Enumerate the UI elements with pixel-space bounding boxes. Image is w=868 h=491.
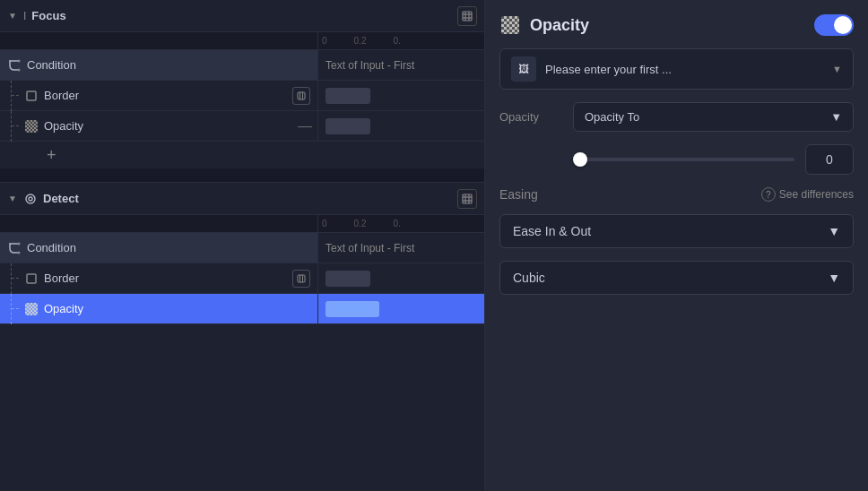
detect-section-icon bbox=[23, 192, 38, 206]
easing-curve-chevron: ▼ bbox=[828, 271, 840, 285]
easing-type-value: Ease In & Out bbox=[513, 224, 591, 238]
condition-label-1: Condition bbox=[27, 58, 310, 72]
border-label-2: Border bbox=[44, 271, 287, 285]
opacity-property-row: Opacity Opacity To ▼ bbox=[499, 102, 854, 132]
svg-rect-7 bbox=[27, 91, 36, 100]
svg-rect-0 bbox=[463, 12, 472, 21]
easing-curve-select[interactable]: Cubic ▼ bbox=[499, 261, 854, 295]
svg-point-12 bbox=[29, 197, 32, 201]
easing-type-select[interactable]: Ease In & Out ▼ bbox=[499, 214, 854, 248]
panel-title: Opacity bbox=[530, 16, 805, 35]
border-row-2[interactable]: Border bbox=[0, 263, 484, 294]
condition-row-1[interactable]: Condition Text of Input - First bbox=[0, 50, 484, 81]
svg-rect-21 bbox=[298, 275, 305, 282]
opacity-slider-thumb[interactable] bbox=[573, 152, 587, 167]
border-keyframe-1 bbox=[326, 88, 370, 104]
opacity-icon-1 bbox=[24, 119, 39, 134]
condition-branch-icon-2 bbox=[7, 241, 22, 255]
svg-point-11 bbox=[26, 194, 35, 203]
focus-timeline-ruler: 0 0.2 0. bbox=[0, 32, 484, 50]
easing-curve-value: Cubic bbox=[513, 271, 545, 285]
focus-chevron-icon[interactable]: ▼ bbox=[7, 11, 18, 22]
border-frame-icon-2[interactable] bbox=[292, 270, 310, 288]
opacity-keyframe-2 bbox=[326, 301, 379, 317]
focus-title: Focus bbox=[31, 9, 452, 22]
detect-section: ▼ Detect 0 bbox=[0, 183, 484, 324]
border-icon-2 bbox=[24, 271, 39, 286]
detect-header: ▼ Detect bbox=[0, 183, 484, 215]
border-keyframe-2 bbox=[326, 271, 370, 287]
opacity-slider-row: 0 bbox=[499, 144, 854, 175]
condition-row-2[interactable]: Condition Text of Input - First bbox=[0, 233, 484, 263]
easing-row: Easing ? See differences bbox=[499, 187, 854, 202]
opacity-row-2[interactable]: Opacity bbox=[0, 294, 484, 324]
condition-selector-chevron: ▼ bbox=[832, 64, 842, 74]
focus-header: ▼ I Focus bbox=[0, 0, 484, 32]
see-differences-label: See differences bbox=[779, 188, 854, 201]
opacity-frame-icon-1[interactable]: — bbox=[299, 117, 310, 135]
ruler-mark-0: 0 bbox=[322, 36, 327, 46]
opacity-row-1[interactable]: Opacity — bbox=[0, 111, 484, 142]
see-differences-button[interactable]: ? See differences bbox=[761, 187, 854, 202]
svg-rect-13 bbox=[463, 194, 472, 203]
condition-label-2: Condition bbox=[27, 241, 310, 254]
toggle-knob bbox=[834, 16, 852, 34]
condition-selector-icon: 🖼 bbox=[511, 56, 536, 82]
border-icon-1 bbox=[24, 89, 39, 103]
easing-label: Easing bbox=[499, 187, 538, 202]
opacity-icon-2 bbox=[24, 302, 39, 316]
border-frame-icon-1[interactable] bbox=[292, 87, 310, 105]
svg-point-5 bbox=[18, 59, 21, 62]
detect-ruler-0: 0 bbox=[322, 219, 327, 228]
focus-frame-icon[interactable] bbox=[457, 6, 477, 26]
ruler-mark-04: 0. bbox=[393, 36, 400, 46]
opacity-indent-1 bbox=[11, 111, 19, 142]
detect-title: Detect bbox=[43, 192, 452, 205]
svg-point-6 bbox=[18, 68, 21, 71]
opacity-property-label: Opacity bbox=[499, 110, 562, 124]
border-indent-1 bbox=[11, 81, 19, 111]
condition-branch-icon-1 bbox=[7, 58, 22, 73]
opacity-slider-value[interactable]: 0 bbox=[805, 144, 854, 175]
opacity-indent-2 bbox=[11, 294, 19, 324]
ruler-mark-02: 0.2 bbox=[354, 36, 367, 46]
focus-add-button[interactable]: + bbox=[0, 142, 484, 168]
opacity-type-chevron: ▼ bbox=[830, 110, 842, 124]
border-row-1[interactable]: Border bbox=[0, 81, 484, 111]
condition-selector[interactable]: 🖼 Please enter your first ... ▼ bbox=[499, 48, 854, 90]
focus-section: ▼ I Focus 0 0.2 0. bbox=[0, 0, 484, 168]
opacity-keyframe-1 bbox=[326, 118, 370, 134]
opacity-slider-track[interactable] bbox=[573, 158, 794, 161]
help-icon: ? bbox=[761, 187, 776, 202]
border-indent-2 bbox=[11, 263, 19, 294]
easing-type-chevron: ▼ bbox=[828, 224, 840, 238]
focus-ibeam-icon: I bbox=[23, 10, 26, 22]
condition-value-2: Text of Input - First bbox=[326, 242, 414, 254]
condition-value-1: Text of Input - First bbox=[326, 59, 414, 72]
condition-selector-text: Please enter your first ... bbox=[545, 63, 823, 76]
border-label-1: Border bbox=[44, 89, 287, 102]
svg-point-19 bbox=[18, 251, 21, 254]
opacity-type-select[interactable]: Opacity To ▼ bbox=[573, 102, 854, 132]
detect-frame-icon[interactable] bbox=[457, 189, 477, 209]
section-divider bbox=[0, 168, 484, 183]
svg-point-18 bbox=[18, 242, 21, 245]
detect-ruler-02: 0.2 bbox=[354, 219, 367, 228]
opacity-type-value: Opacity To bbox=[585, 110, 639, 124]
left-panel: ▼ I Focus 0 0.2 0. bbox=[0, 0, 484, 491]
detect-ruler-04: 0. bbox=[393, 219, 400, 228]
opacity-label-row-1: Opacity bbox=[44, 119, 294, 133]
opacity-panel-icon bbox=[499, 14, 521, 36]
opacity-toggle[interactable] bbox=[814, 14, 854, 36]
svg-rect-8 bbox=[298, 92, 305, 99]
detect-timeline-ruler: 0 0.2 0. bbox=[0, 215, 484, 233]
svg-rect-20 bbox=[27, 274, 36, 283]
right-panel: Opacity 🖼 Please enter your first ... ▼ … bbox=[484, 0, 868, 491]
detect-chevron-icon[interactable]: ▼ bbox=[7, 194, 18, 204]
opacity-label-row-2: Opacity bbox=[44, 302, 310, 315]
panel-header: Opacity bbox=[499, 14, 854, 36]
